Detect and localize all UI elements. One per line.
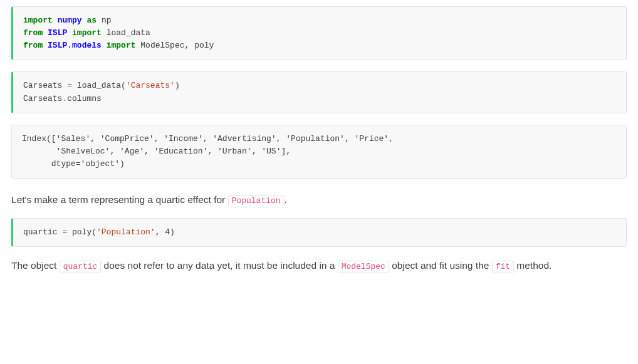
inline-code-fit: fit	[492, 261, 514, 273]
comma: ,	[155, 227, 165, 237]
keyword-from: from	[23, 28, 43, 38]
keyword-import: import	[107, 41, 136, 50]
inline-code-modelspec: ModelSpec	[338, 261, 389, 273]
paren-open: (	[121, 81, 126, 90]
op-assign: =	[62, 81, 76, 90]
name-quartic: quartic	[23, 227, 58, 237]
code-block: Carseats = load_data('Carseats') Carseat…	[23, 80, 616, 105]
keyword-from: from	[23, 41, 43, 50]
prose-text: Let's make a term representing a quartic…	[11, 194, 228, 205]
prose-quartic-explain: The object quartic does not refer to any…	[11, 258, 627, 274]
prose-text: .	[285, 194, 287, 205]
inline-code-population: Population	[228, 195, 285, 207]
module-islp: ISLP	[48, 28, 67, 38]
fn-load-data: load_data	[77, 81, 121, 90]
alias-np: np	[102, 16, 112, 25]
prose-text: The object	[11, 260, 60, 271]
output-cell-columns: Index(['Sales', 'CompPrice', 'Income', '…	[11, 125, 627, 179]
number-4: 4	[165, 227, 170, 237]
fn-poly: poly	[72, 227, 92, 237]
code-cell-quartic: quartic = poly('Population', 4)	[11, 218, 627, 247]
code-cell-imports: import numpy as np from ISLP import load…	[11, 6, 627, 60]
prose-text: object and fit using the	[389, 260, 492, 271]
output-text: Index(['Sales', 'CompPrice', 'Income', '…	[22, 133, 616, 170]
paren-close: )	[175, 81, 180, 90]
code-block: quartic = poly('Population', 4)	[23, 226, 616, 239]
code-block: import numpy as np from ISLP import load…	[23, 14, 616, 52]
name-carseats: Carseats	[23, 81, 62, 90]
paren-open: (	[92, 227, 97, 237]
name-modelspec: ModelSpec	[140, 41, 184, 50]
name-carseats: Carseats	[23, 94, 62, 103]
module-numpy: numpy	[58, 16, 82, 25]
code-cell-load-data: Carseats = load_data('Carseats') Carseat…	[11, 71, 627, 113]
comma: ,	[185, 41, 195, 50]
keyword-as: as	[86, 16, 97, 25]
module-islp-models: ISLP.models	[48, 41, 102, 50]
string-population: 'Population'	[97, 227, 155, 237]
document-body: import numpy as np from ISLP import load…	[0, 6, 638, 274]
keyword-import: import	[23, 16, 53, 25]
prose-text: does not refer to any data yet, it must …	[101, 260, 337, 271]
paren-close: )	[170, 227, 175, 237]
keyword-import: import	[72, 28, 102, 38]
name-load-data: load_data	[107, 28, 150, 38]
inline-code-quartic: quartic	[60, 261, 102, 273]
name-poly: poly	[194, 41, 214, 50]
prose-quartic-intro: Let's make a term representing a quartic…	[11, 192, 627, 208]
op-assign: =	[58, 227, 72, 237]
prose-text: method.	[514, 260, 552, 271]
attr-columns: columns	[67, 94, 102, 103]
string-carseats: 'Carseats'	[126, 81, 175, 90]
